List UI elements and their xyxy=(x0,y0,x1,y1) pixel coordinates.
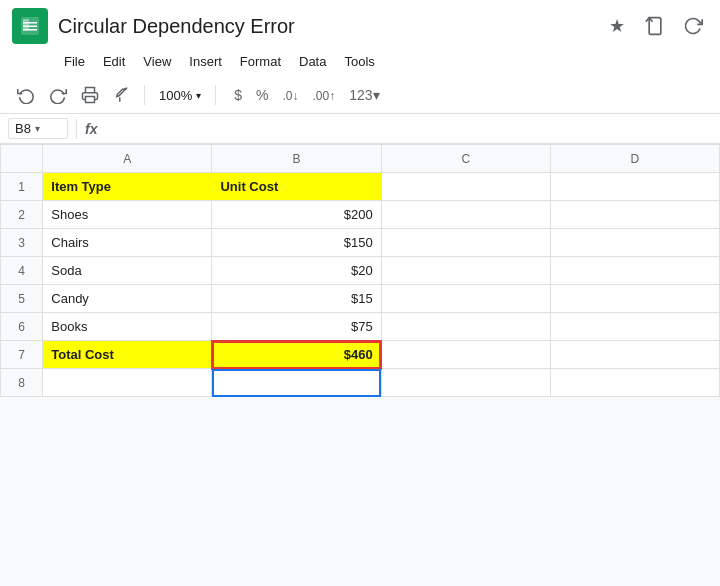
menu-bar: File Edit View Insert Format Data Tools xyxy=(0,48,720,77)
table-row: 8 xyxy=(1,369,720,397)
table-cell[interactable] xyxy=(381,201,550,229)
row-header-3[interactable]: 3 xyxy=(1,229,43,257)
table-cell[interactable]: Shoes xyxy=(43,201,212,229)
decimal-down-button[interactable]: .0↓ xyxy=(277,85,305,105)
table-cell[interactable] xyxy=(381,313,550,341)
menu-tools[interactable]: Tools xyxy=(336,50,382,73)
table-cell[interactable] xyxy=(550,285,719,313)
corner-header xyxy=(1,145,43,173)
table-row: 1Item TypeUnit Cost xyxy=(1,173,720,201)
svg-rect-4 xyxy=(23,19,29,31)
menu-format[interactable]: Format xyxy=(232,50,289,73)
paint-format-button[interactable] xyxy=(108,81,136,109)
more-formats-button[interactable]: 123▾ xyxy=(343,85,385,105)
table-cell[interactable]: Books xyxy=(43,313,212,341)
zoom-selector[interactable]: 100% ▾ xyxy=(153,86,207,105)
cell-reference[interactable]: B8 ▾ xyxy=(8,118,68,139)
toolbar-sep-2 xyxy=(215,85,216,105)
app-icon xyxy=(12,8,48,44)
table-row: 4Soda$20 xyxy=(1,257,720,285)
row-header-1[interactable]: 1 xyxy=(1,173,43,201)
toolbar: 100% ▾ $ % .0↓ .00↑ 123▾ xyxy=(0,77,720,114)
svg-rect-6 xyxy=(86,97,95,103)
table-cell[interactable] xyxy=(550,369,719,397)
table-cell[interactable]: Item Type xyxy=(43,173,212,201)
table-cell[interactable]: $150 xyxy=(212,229,381,257)
menu-file[interactable]: File xyxy=(56,50,93,73)
formula-bar: B8 ▾ fx xyxy=(0,114,720,144)
menu-view[interactable]: View xyxy=(135,50,179,73)
share-button[interactable] xyxy=(640,11,670,41)
table-row: 7Total Cost$460 xyxy=(1,341,720,369)
table-cell[interactable] xyxy=(550,201,719,229)
sheet-table: A B C D 1Item TypeUnit Cost2Shoes$2003Ch… xyxy=(0,144,720,397)
row-header-2[interactable]: 2 xyxy=(1,201,43,229)
table-cell[interactable]: Candy xyxy=(43,285,212,313)
table-cell[interactable]: Soda xyxy=(43,257,212,285)
document-title: Circular Dependency Error xyxy=(58,15,592,38)
row-header-6[interactable]: 6 xyxy=(1,313,43,341)
decimal-up-button[interactable]: .00↑ xyxy=(307,85,342,105)
row-header-7[interactable]: 7 xyxy=(1,341,43,369)
table-cell[interactable]: $15 xyxy=(212,285,381,313)
row-header-5[interactable]: 5 xyxy=(1,285,43,313)
column-header-row: A B C D xyxy=(1,145,720,173)
redo-button[interactable] xyxy=(44,81,72,109)
format-tools: $ % .0↓ .00↑ 123▾ xyxy=(228,85,385,105)
row-header-4[interactable]: 4 xyxy=(1,257,43,285)
table-row: 2Shoes$200 xyxy=(1,201,720,229)
table-cell[interactable]: $200 xyxy=(212,201,381,229)
table-row: 5Candy$15 xyxy=(1,285,720,313)
table-row: 3Chairs$150 xyxy=(1,229,720,257)
menu-insert[interactable]: Insert xyxy=(181,50,230,73)
decimal-up-label: .00↑ xyxy=(313,89,336,103)
col-header-d[interactable]: D xyxy=(550,145,719,173)
undo-button[interactable] xyxy=(12,81,40,109)
table-cell[interactable]: $20 xyxy=(212,257,381,285)
table-cell[interactable] xyxy=(550,313,719,341)
table-cell[interactable] xyxy=(43,369,212,397)
table-cell[interactable] xyxy=(212,369,381,397)
toolbar-sep-1 xyxy=(144,85,145,105)
spreadsheet: A B C D 1Item TypeUnit Cost2Shoes$2003Ch… xyxy=(0,144,720,397)
table-cell[interactable] xyxy=(381,173,550,201)
percent-button[interactable]: % xyxy=(250,85,274,105)
table-cell[interactable] xyxy=(381,285,550,313)
title-bar: Circular Dependency Error ★ xyxy=(0,0,720,48)
table-cell[interactable]: $460 xyxy=(212,341,381,369)
table-row: 6Books$75 xyxy=(1,313,720,341)
reload-button[interactable] xyxy=(678,11,708,41)
table-cell[interactable] xyxy=(550,173,719,201)
formula-separator xyxy=(76,119,77,139)
fx-label: fx xyxy=(85,121,97,137)
col-header-b[interactable]: B xyxy=(212,145,381,173)
table-cell[interactable] xyxy=(381,257,550,285)
table-cell[interactable] xyxy=(381,229,550,257)
dollar-button[interactable]: $ xyxy=(228,85,248,105)
row-header-8[interactable]: 8 xyxy=(1,369,43,397)
print-button[interactable] xyxy=(76,81,104,109)
table-cell[interactable]: Unit Cost xyxy=(212,173,381,201)
table-cell[interactable] xyxy=(381,341,550,369)
table-cell[interactable]: Chairs xyxy=(43,229,212,257)
table-cell[interactable] xyxy=(550,341,719,369)
table-cell[interactable] xyxy=(550,257,719,285)
menu-data[interactable]: Data xyxy=(291,50,334,73)
col-header-c[interactable]: C xyxy=(381,145,550,173)
table-cell[interactable] xyxy=(550,229,719,257)
table-cell[interactable]: $75 xyxy=(212,313,381,341)
star-button[interactable]: ★ xyxy=(602,11,632,41)
menu-edit[interactable]: Edit xyxy=(95,50,133,73)
table-cell[interactable] xyxy=(381,369,550,397)
col-header-a[interactable]: A xyxy=(43,145,212,173)
table-cell[interactable]: Total Cost xyxy=(43,341,212,369)
formula-input[interactable] xyxy=(105,121,712,136)
decimal-down-label: .0↓ xyxy=(283,89,299,103)
title-actions: ★ xyxy=(602,11,708,41)
